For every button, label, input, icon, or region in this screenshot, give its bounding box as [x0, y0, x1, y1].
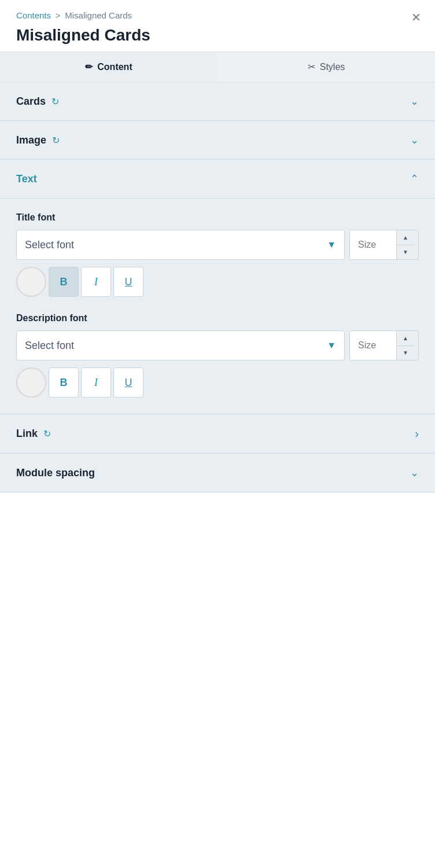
cards-refresh-icon[interactable]: ↻	[51, 96, 59, 107]
title-size-down-icon: ▼	[403, 249, 408, 255]
description-size-down-icon: ▼	[403, 350, 408, 356]
cards-section-title: Cards	[16, 95, 46, 108]
link-chevron-right-icon: ›	[415, 427, 419, 440]
close-button[interactable]: ✕	[411, 12, 421, 23]
description-italic-icon: I	[94, 377, 98, 389]
image-section-header[interactable]: Image ↻ ⌄	[0, 121, 435, 160]
cards-chevron-down-icon: ⌄	[410, 95, 419, 108]
description-bold-icon: B	[60, 377, 68, 389]
image-section-title: Image	[16, 134, 46, 146]
description-formatting-row: B I U	[16, 367, 419, 398]
description-size-up-icon: ▲	[403, 335, 408, 341]
link-section-title: Link	[16, 428, 38, 440]
description-size-control: ▲ ▼	[349, 330, 419, 361]
title-size-up-button[interactable]: ▲	[397, 230, 414, 245]
tab-content[interactable]: ✏ Content	[0, 52, 218, 82]
title-color-swatch[interactable]	[16, 267, 46, 297]
module-spacing-section-title: Module spacing	[16, 467, 95, 479]
text-section-header[interactable]: Text ⌃	[0, 160, 435, 198]
text-chevron-up-icon: ⌃	[410, 172, 419, 185]
image-refresh-icon[interactable]: ↻	[52, 135, 60, 146]
description-font-group: Description font Select font ▼ ▲	[16, 313, 419, 398]
breadcrumb-link[interactable]: Contents	[16, 10, 51, 20]
title-size-arrows: ▲ ▼	[396, 230, 414, 259]
title-bold-button[interactable]: B	[49, 267, 79, 297]
close-icon: ✕	[411, 11, 421, 24]
link-refresh-icon[interactable]: ↻	[43, 428, 51, 439]
text-section-body: Title font Select font ▼ ▲ ▼	[0, 198, 435, 414]
tab-styles-label: Styles	[320, 62, 345, 72]
main-panel: Contents > Misaligned Cards ✕ Misaligned…	[0, 0, 435, 868]
header: Contents > Misaligned Cards ✕ Misaligned…	[0, 0, 435, 52]
module-spacing-section-header[interactable]: Module spacing ⌄	[0, 454, 435, 492]
title-font-select-text: Select font	[25, 239, 74, 251]
tabs-bar: ✏ Content ✂ Styles	[0, 52, 435, 82]
sections-container: Cards ↻ ⌄ Image ↻ ⌄ Text ⌃ Title font	[0, 82, 435, 492]
title-italic-button[interactable]: I	[81, 267, 111, 297]
description-underline-icon: U	[125, 377, 132, 389]
title-font-controls-row: Select font ▼ ▲ ▼	[16, 230, 419, 260]
title-underline-button[interactable]: U	[113, 267, 143, 297]
description-underline-button[interactable]: U	[113, 367, 143, 398]
title-font-group: Title font Select font ▼ ▲ ▼	[16, 212, 419, 297]
description-size-down-button[interactable]: ▼	[397, 346, 414, 361]
cards-section-header[interactable]: Cards ↻ ⌄	[0, 82, 435, 121]
description-size-up-button[interactable]: ▲	[397, 331, 414, 346]
text-section-left: Text	[16, 173, 37, 185]
title-size-up-icon: ▲	[403, 234, 408, 241]
module-spacing-section-left: Module spacing	[16, 467, 95, 479]
description-size-input[interactable]	[350, 331, 396, 360]
description-font-label: Description font	[16, 313, 419, 323]
cards-section-left: Cards ↻	[16, 95, 59, 108]
text-section-title: Text	[16, 173, 37, 185]
breadcrumb-separator: >	[56, 11, 60, 20]
title-size-down-button[interactable]: ▼	[397, 245, 414, 260]
tab-content-label: Content	[97, 62, 132, 72]
title-font-label: Title font	[16, 212, 419, 223]
title-font-select[interactable]: Select font ▼	[16, 230, 345, 260]
image-section-left: Image ↻	[16, 134, 60, 146]
description-font-select-text: Select font	[25, 340, 74, 352]
page-title: Misaligned Cards	[16, 26, 419, 45]
title-font-select-arrow-icon: ▼	[327, 240, 336, 250]
title-underline-icon: U	[125, 276, 132, 288]
breadcrumb: Contents > Misaligned Cards	[16, 10, 419, 20]
description-size-arrows: ▲ ▼	[396, 331, 414, 360]
breadcrumb-current: Misaligned Cards	[65, 10, 132, 20]
image-chevron-down-icon: ⌄	[410, 134, 419, 146]
description-italic-button[interactable]: I	[81, 367, 111, 398]
title-formatting-row: B I U	[16, 267, 419, 297]
link-section-header[interactable]: Link ↻ ›	[0, 414, 435, 454]
description-font-controls-row: Select font ▼ ▲ ▼	[16, 330, 419, 361]
title-italic-icon: I	[94, 276, 98, 288]
module-spacing-chevron-down-icon: ⌄	[410, 466, 419, 479]
description-font-select-arrow-icon: ▼	[327, 340, 336, 351]
title-bold-icon: B	[60, 276, 68, 288]
styles-tab-icon: ✂	[308, 61, 315, 72]
description-bold-button[interactable]: B	[49, 367, 79, 398]
description-font-select[interactable]: Select font ▼	[16, 330, 345, 361]
tab-styles[interactable]: ✂ Styles	[218, 52, 435, 82]
content-tab-icon: ✏	[85, 61, 93, 72]
title-size-control: ▲ ▼	[349, 230, 419, 260]
title-size-input[interactable]	[350, 230, 396, 259]
description-color-swatch[interactable]	[16, 367, 46, 398]
link-section-left: Link ↻	[16, 428, 51, 440]
